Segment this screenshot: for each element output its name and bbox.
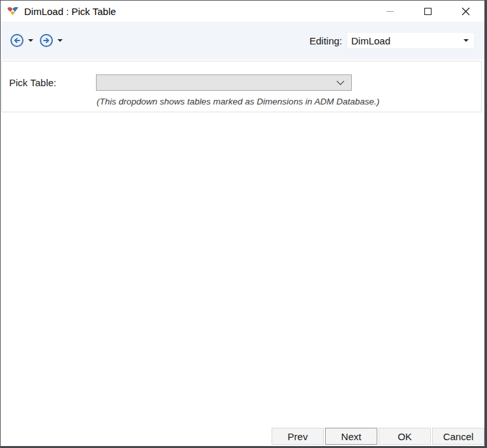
chevron-down-icon: [336, 80, 345, 86]
minimize-icon: [386, 11, 394, 12]
close-button[interactable]: [447, 1, 484, 22]
editing-group: Editing: DimLoad: [309, 32, 475, 49]
forward-circle-arrow-icon: [39, 33, 54, 48]
main-area: [1, 112, 484, 428]
cancel-button[interactable]: Cancel: [432, 428, 484, 445]
window-title: DimLoad : Pick Table: [24, 6, 116, 17]
title-bar: DimLoad : Pick Table: [1, 1, 484, 22]
navigation-toolbar: Editing: DimLoad: [1, 22, 484, 59]
editing-combobox-value: DimLoad: [351, 35, 463, 46]
forward-dropdown-button[interactable]: [54, 33, 67, 48]
pick-table-label: Pick Table:: [9, 77, 96, 88]
forward-button[interactable]: [39, 33, 54, 48]
caret-down-icon: [463, 39, 469, 42]
editing-combobox[interactable]: DimLoad: [347, 32, 475, 49]
pick-table-row: Pick Table:: [2, 74, 481, 91]
caret-down-icon: [57, 39, 63, 42]
close-icon: [462, 7, 470, 16]
editing-label: Editing:: [309, 35, 342, 46]
ok-button[interactable]: OK: [379, 428, 431, 445]
dialog-window: DimLoad : Pick Table: [0, 0, 487, 448]
caret-down-icon: [28, 39, 33, 42]
back-circle-arrow-icon: [10, 33, 24, 48]
helper-text: (This dropdown shows tables marked as Di…: [97, 97, 481, 106]
minimize-button[interactable]: [371, 1, 409, 22]
footer-button-bar: Prev Next OK Cancel: [1, 428, 484, 446]
pick-table-panel: Pick Table: (This dropdown shows tables …: [1, 61, 482, 112]
back-dropdown-button[interactable]: [24, 33, 37, 48]
pick-table-dropdown[interactable]: [96, 74, 352, 91]
app-logo-icon: [7, 6, 19, 16]
maximize-icon: [424, 8, 432, 15]
maximize-button[interactable]: [409, 1, 447, 22]
back-button[interactable]: [10, 33, 24, 48]
prev-button[interactable]: Prev: [272, 428, 324, 445]
next-button[interactable]: Next: [325, 428, 377, 445]
